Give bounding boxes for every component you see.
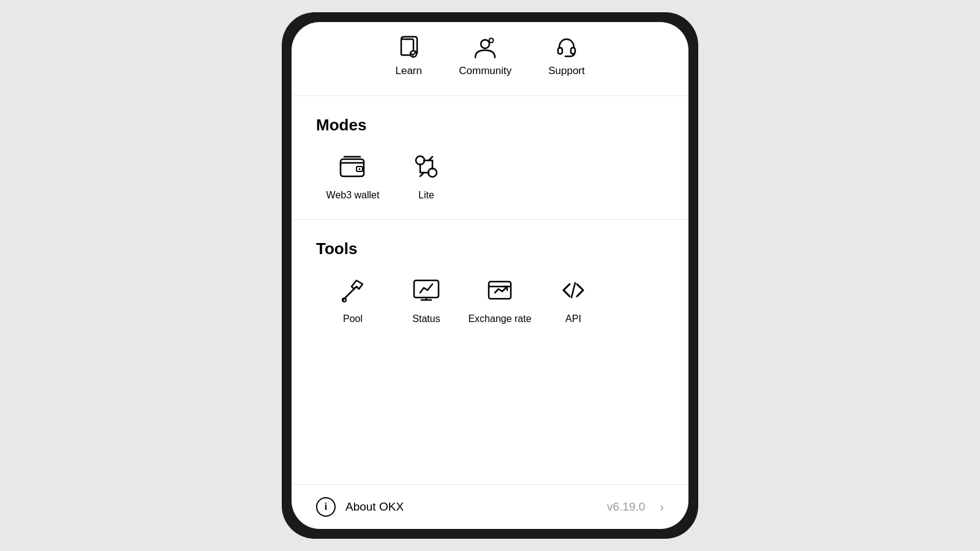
pool-label: Pool bbox=[343, 313, 363, 324]
svg-point-3 bbox=[489, 39, 494, 43]
pool-icon bbox=[336, 273, 370, 307]
status-label: Status bbox=[412, 313, 440, 324]
about-label: About OKX bbox=[345, 500, 597, 514]
lite-icon bbox=[409, 149, 443, 184]
learn-label: Learn bbox=[395, 65, 421, 77]
support-label: Support bbox=[548, 65, 585, 77]
phone-frame: Learn Community bbox=[282, 12, 698, 539]
web3-wallet-icon bbox=[336, 149, 370, 184]
about-row[interactable]: i About OKX v6.19.0 › bbox=[292, 484, 688, 529]
api-icon bbox=[556, 273, 590, 307]
svg-point-2 bbox=[481, 40, 489, 48]
modes-section: Modes bbox=[292, 96, 688, 219]
menu-item-lite[interactable]: Lite bbox=[390, 149, 463, 201]
menu-item-pool[interactable]: Pool bbox=[316, 273, 390, 324]
info-icon: i bbox=[316, 497, 336, 517]
community-icon bbox=[472, 34, 499, 61]
svg-rect-7 bbox=[341, 159, 364, 176]
about-version: v6.19.0 bbox=[607, 500, 645, 514]
menu-item-web3-wallet[interactable]: Web3 wallet bbox=[316, 149, 390, 201]
learn-icon bbox=[395, 34, 422, 61]
menu-item-exchange-rate[interactable]: Exchange rate bbox=[463, 273, 537, 324]
svg-point-9 bbox=[359, 168, 361, 170]
exchange-rate-label: Exchange rate bbox=[468, 313, 531, 324]
modes-title: Modes bbox=[316, 116, 664, 135]
nav-item-support[interactable]: Support bbox=[530, 28, 603, 83]
svg-point-12 bbox=[342, 298, 346, 302]
tools-section: Tools Pool bbox=[292, 220, 688, 343]
phone-screen: Learn Community bbox=[292, 22, 688, 529]
tools-items-row: Pool Status bbox=[316, 273, 664, 337]
tools-title: Tools bbox=[316, 239, 664, 258]
nav-item-learn[interactable]: Learn bbox=[377, 28, 440, 83]
chevron-right-icon: › bbox=[660, 500, 664, 514]
status-icon bbox=[409, 273, 443, 307]
exchange-rate-icon bbox=[483, 273, 517, 307]
community-label: Community bbox=[459, 65, 511, 77]
svg-rect-4 bbox=[558, 48, 562, 54]
support-icon bbox=[553, 34, 580, 61]
top-nav: Learn Community bbox=[292, 22, 688, 96]
menu-item-status[interactable]: Status bbox=[390, 273, 463, 324]
nav-item-community[interactable]: Community bbox=[440, 28, 530, 83]
api-label: API bbox=[565, 313, 581, 324]
lite-label: Lite bbox=[418, 190, 434, 201]
menu-item-api[interactable]: API bbox=[537, 273, 610, 324]
modes-items-row: Web3 wallet Lite bbox=[316, 149, 664, 213]
web3-wallet-label: Web3 wallet bbox=[326, 190, 380, 201]
